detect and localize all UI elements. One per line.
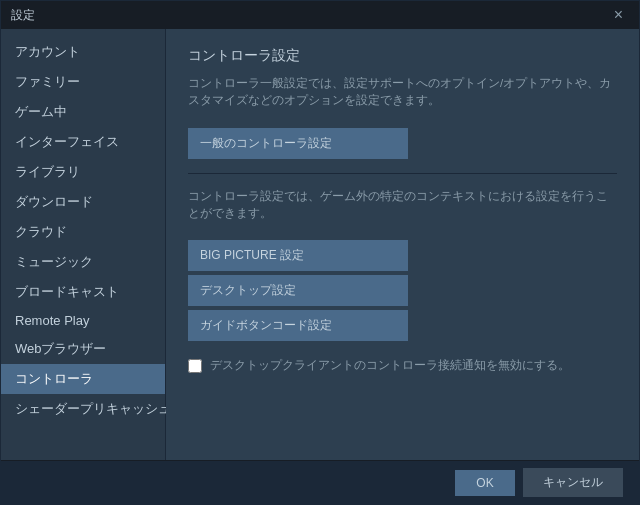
sidebar-item-shader-cache[interactable]: シェーダープリキャッシュ [1,394,165,424]
sidebar-item-downloads[interactable]: ダウンロード [1,187,165,217]
disable-notification-checkbox[interactable] [188,359,202,373]
window-title: 設定 [11,7,35,24]
sidebar-item-broadcast[interactable]: ブロードキャスト [1,277,165,307]
sidebar-item-music[interactable]: ミュージック [1,247,165,277]
bigpicture-button[interactable]: BIG PICTURE 設定 [188,240,408,271]
desktop-button[interactable]: デスクトップ設定 [188,275,408,306]
divider-1 [188,173,617,174]
sidebar-item-web-browser[interactable]: Webブラウザー [1,334,165,364]
general-controller-button[interactable]: 一般のコントローラ設定 [188,128,408,159]
footer: OK キャンセル [1,460,639,504]
disable-notification-label: デスクトップクライアントのコントローラ接続通知を無効にする。 [210,357,570,374]
sidebar-item-library[interactable]: ライブラリ [1,157,165,187]
ok-button[interactable]: OK [455,470,515,496]
description-1: コントローラ一般設定では、設定サポートへのオプトイン/オプトアウトや、カスタマイ… [188,75,617,110]
content-area: アカウントファミリーゲーム中インターフェイスライブラリダウンロードクラウドミュー… [1,29,639,460]
context-settings-group: BIG PICTURE 設定 デスクトップ設定 ガイドボタンコード設定 [188,240,617,341]
sidebar-item-cloud[interactable]: クラウド [1,217,165,247]
description-2: コントローラ設定では、ゲーム外の特定のコンテキストにおける設定を行うことができま… [188,188,617,223]
sidebar-item-family[interactable]: ファミリー [1,67,165,97]
disable-notification-row: デスクトップクライアントのコントローラ接続通知を無効にする。 [188,357,617,374]
sidebar: アカウントファミリーゲーム中インターフェイスライブラリダウンロードクラウドミュー… [1,29,166,460]
sidebar-item-account[interactable]: アカウント [1,37,165,67]
title-bar: 設定 × [1,1,639,29]
guide-button[interactable]: ガイドボタンコード設定 [188,310,408,341]
main-panel: コントローラ設定 コントローラ一般設定では、設定サポートへのオプトイン/オプトア… [166,29,639,460]
cancel-button[interactable]: キャンセル [523,468,623,497]
sidebar-item-remote-play[interactable]: Remote Play [1,307,165,334]
sidebar-item-interface[interactable]: インターフェイス [1,127,165,157]
section-title: コントローラ設定 [188,47,617,65]
settings-window: 設定 × アカウントファミリーゲーム中インターフェイスライブラリダウンロードクラ… [0,0,640,505]
sidebar-item-controller[interactable]: コントローラ [1,364,165,394]
sidebar-item-in-game[interactable]: ゲーム中 [1,97,165,127]
close-button[interactable]: × [608,5,629,25]
